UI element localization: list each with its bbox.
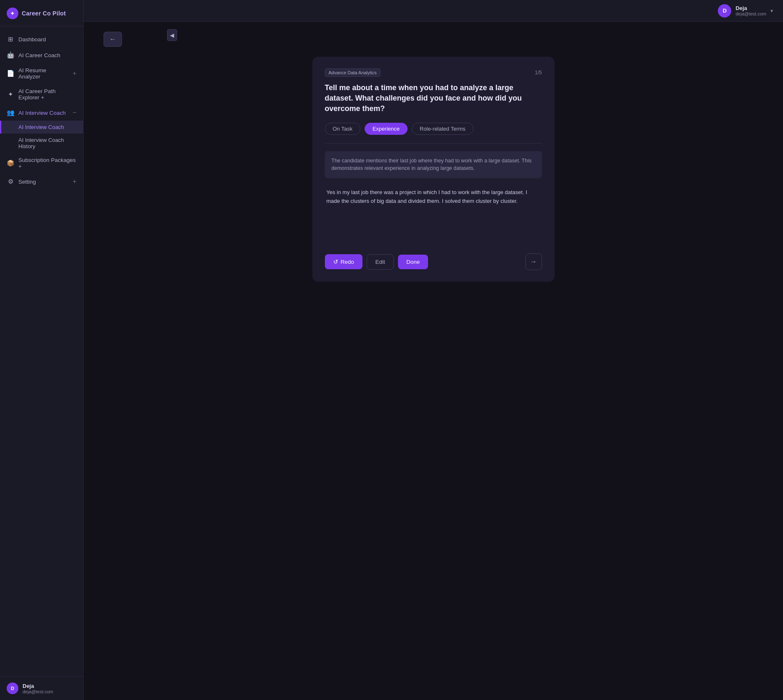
sidebar-user: D Deja deja@test.com (0, 676, 83, 700)
sidebar-nav: ⊞ Dashboard 🤖 AI Career Coach 📄 AI Resum… (0, 26, 83, 676)
topbar-avatar: D (718, 4, 731, 18)
card-container: Advance Data Analytics 1/5 Tell me about… (84, 47, 783, 298)
redo-icon: ↺ (333, 258, 338, 265)
sidebar-subitem-ai-interview-history[interactable]: AI Interview Coach History (0, 134, 83, 153)
card-answer: Yes in my last job there was a project i… (325, 185, 542, 243)
sidebar-item-ai-interview-coach[interactable]: 👥 AI Interview Coach − (0, 105, 83, 121)
sidebar-sublabel-interview-history: AI Interview Coach History (18, 137, 76, 149)
sidebar-user-email: deja@test.com (23, 689, 53, 694)
next-arrow-icon: → (530, 258, 537, 265)
chip-on-task[interactable]: On Task (325, 123, 360, 135)
topbar: D Deja deja@test.com ▾ (84, 0, 783, 22)
card-progress: 1/5 (535, 70, 542, 76)
interview-card: Advance Data Analytics 1/5 Tell me about… (312, 57, 555, 282)
sidebar-label-career-path: AI Career Path Explorer + (18, 88, 76, 101)
card-feedback: The candidate mentions their last job wh… (325, 151, 542, 179)
topbar-user-info: Deja deja@test.com (735, 5, 766, 16)
sidebar-label-subscription: Subscription Packages + (18, 157, 76, 169)
sidebar-sublabel-interview-coach: AI Interview Coach (18, 124, 64, 130)
sidebar-subitem-ai-interview-coach[interactable]: AI Interview Coach (0, 121, 83, 134)
sidebar-user-info: Deja deja@test.com (23, 683, 53, 694)
back-btn-container: ← (84, 22, 783, 47)
sidebar-item-ai-career-coach[interactable]: 🤖 AI Career Coach (0, 47, 83, 63)
card-actions: ↺ Redo Edit Done → (325, 253, 542, 270)
main: D Deja deja@test.com ▾ ◀ ← Advance Data … (84, 0, 783, 700)
sidebar-item-dashboard[interactable]: ⊞ Dashboard (0, 31, 83, 47)
app-name: Career Co Pilot (22, 10, 66, 17)
topbar-user-name: Deja (735, 5, 766, 11)
sidebar-collapse-button[interactable]: ◀ (167, 29, 177, 41)
card-header: Advance Data Analytics 1/5 (325, 68, 542, 77)
card-chips: On Task Experience Role-related Terms (325, 123, 542, 135)
card-tag: Advance Data Analytics (325, 68, 381, 77)
content-area: ◀ ← Advance Data Analytics 1/5 Tell me a… (84, 22, 783, 700)
ai-resume-expand-icon: + (73, 70, 76, 77)
sidebar-label-interview-coach: AI Interview Coach (18, 110, 66, 116)
sidebar-item-setting[interactable]: ⚙ Setting + (0, 174, 83, 190)
card-divider (325, 143, 542, 144)
next-button[interactable]: → (525, 253, 542, 270)
back-button[interactable]: ← (104, 32, 122, 47)
setting-icon: ⚙ (7, 178, 14, 185)
sidebar-item-subscription[interactable]: 📦 Subscription Packages + (0, 153, 83, 174)
sidebar-label-ai-resume: AI Resume Analyzer (18, 67, 68, 80)
dashboard-icon: ⊞ (7, 35, 14, 43)
logo-icon: ✦ (7, 8, 18, 19)
redo-label: Redo (341, 259, 354, 265)
ai-career-coach-icon: 🤖 (7, 51, 14, 59)
app-logo: ✦ Career Co Pilot (0, 0, 83, 26)
setting-expand-icon: + (73, 178, 76, 185)
interview-coach-collapse-icon: − (73, 109, 76, 116)
topbar-user-email: deja@test.com (735, 11, 766, 16)
sidebar-user-avatar: D (7, 682, 18, 694)
ai-resume-icon: 📄 (7, 70, 14, 77)
sidebar: ✦ Career Co Pilot ⊞ Dashboard 🤖 AI Caree… (0, 0, 84, 700)
chip-role-related-terms[interactable]: Role-related Terms (412, 123, 474, 135)
subscription-icon: 📦 (7, 159, 14, 167)
sidebar-label-setting: Setting (18, 179, 36, 185)
topbar-user[interactable]: D Deja deja@test.com ▾ (718, 4, 773, 18)
card-question: Tell me about a time when you had to ana… (325, 83, 542, 114)
interview-coach-icon: 👥 (7, 109, 14, 116)
sidebar-user-name: Deja (23, 683, 53, 689)
done-button[interactable]: Done (398, 255, 428, 269)
sidebar-item-ai-career-path[interactable]: ✦ AI Career Path Explorer + (0, 84, 83, 105)
career-path-icon: ✦ (7, 91, 14, 98)
chip-experience[interactable]: Experience (365, 123, 408, 135)
topbar-chevron-icon: ▾ (770, 8, 773, 14)
redo-button[interactable]: ↺ Redo (325, 254, 362, 269)
sidebar-label-dashboard: Dashboard (18, 36, 46, 43)
sidebar-label-ai-career-coach: AI Career Coach (18, 52, 61, 58)
edit-button[interactable]: Edit (367, 254, 394, 270)
sidebar-item-ai-resume-analyzer[interactable]: 📄 AI Resume Analyzer + (0, 63, 83, 84)
